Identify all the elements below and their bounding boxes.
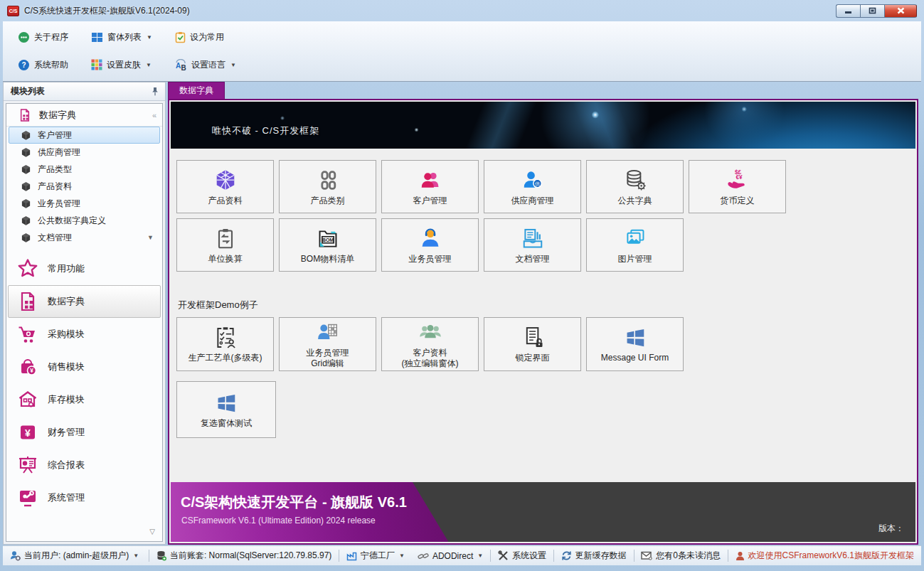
cube-icon (21, 130, 31, 141)
refresh-cache-button[interactable]: 更新缓存数据 (561, 550, 627, 562)
module-item-inventory[interactable]: 库存模块 (8, 383, 161, 416)
module-item-data-dictionary[interactable]: 数据字典 (8, 285, 161, 318)
shopping-cart-icon (17, 324, 38, 345)
form-list-button[interactable]: 窗体列表▼ (85, 28, 159, 47)
report-board-icon (17, 454, 38, 476)
banner-image: 唯快不破 - C/S开发框架 (171, 102, 915, 149)
tools-icon (498, 550, 509, 561)
tile-image-mgmt[interactable]: 图片管理 (586, 218, 684, 272)
close-icon (897, 7, 905, 14)
set-favorite-button[interactable]: 设为常用 (169, 28, 230, 47)
dropdown-caret-icon: ▼ (230, 62, 236, 68)
restore-button[interactable] (860, 4, 884, 18)
tree-item-salesman-mgmt[interactable]: 业务员管理 (9, 195, 160, 212)
production-order-icon (212, 325, 239, 351)
banner-slogan: 唯快不破 - C/S开发框架 (212, 124, 319, 137)
tile-unit-conversion[interactable]: 单位换算 (176, 218, 274, 272)
images-icon (622, 226, 649, 252)
messages-button[interactable]: 您有0条未读消息 (641, 550, 721, 562)
minimize-button[interactable] (836, 4, 860, 18)
lock-document-icon (519, 325, 546, 351)
tile-currency-definition[interactable]: $£ €¥ 货币定义 (689, 160, 786, 213)
salesman-grid-icon (314, 320, 341, 346)
statusbar-separator (553, 550, 554, 562)
windows-logo-icon (622, 325, 649, 351)
customers-icon (417, 168, 444, 193)
tile-checkbox-form-test[interactable]: 复选窗体测试 (176, 381, 276, 438)
tile-salesman-mgmt[interactable]: 业务员管理 (381, 218, 479, 272)
tile-product-category[interactable]: 产品类别 (279, 160, 376, 213)
product-data-icon (212, 168, 239, 193)
tile-production-order[interactable]: 生产工艺单(多级表) (176, 317, 274, 371)
tree-item-supplier-mgmt[interactable]: 供应商管理 (9, 144, 160, 161)
module-item-system[interactable]: 系统管理 (8, 481, 161, 514)
collapse-group-icon[interactable]: « (152, 111, 156, 119)
welcome-message: 欢迎使用CSFrameworkV6.1旗舰版开发框架 (736, 550, 914, 562)
chevron-down-icon[interactable]: ▼ (147, 234, 154, 241)
favorite-clipboard-icon (175, 31, 186, 43)
tree-item-public-dictionary[interactable]: 公共数据字典定义 (9, 212, 160, 229)
footer-banner-title: C/S架构快速开发平台 - 旗舰版 V6.1 (181, 493, 407, 512)
minimize-icon (844, 8, 852, 14)
connection-dropdown[interactable]: ADODirect ▼ (418, 551, 483, 561)
svg-text:B: B (181, 64, 186, 71)
customer-group-icon (417, 320, 444, 346)
user-red-icon (736, 551, 745, 561)
sidebar: 模块列表 数据字典 « 客户管理 供应商管理 产品类型 (3, 82, 166, 545)
toolbar: 关于程序 窗体列表▼ 设为常用 (3, 21, 921, 82)
module-item-purchase[interactable]: 采购模块 (8, 318, 161, 351)
tab-data-dictionary[interactable]: 数据字典 (168, 82, 225, 99)
documents-tray-icon (519, 226, 546, 252)
tile-public-dictionary[interactable]: 公共字典 (586, 160, 684, 213)
set-skin-button[interactable]: 设置皮肤▼ (85, 55, 158, 75)
tile-customer-data-standalone[interactable]: 客户资料 (独立编辑窗体) (381, 317, 479, 371)
svg-text:BOM: BOM (322, 237, 333, 242)
tree-item-customer-mgmt[interactable]: 客户管理 (9, 127, 160, 144)
footer-banner: C/S架构快速开发平台 - 旗舰版 V6.1 CSFramework V6.1 … (171, 482, 915, 542)
pin-icon[interactable] (151, 87, 159, 96)
module-item-reports[interactable]: 综合报表 (8, 449, 161, 481)
system-help-button[interactable]: ? 系统帮助 (11, 55, 75, 75)
warehouse-icon (17, 389, 38, 410)
close-button[interactable] (884, 4, 917, 18)
sidebar-group-data-dictionary[interactable]: 数据字典 « (6, 104, 162, 127)
app-window: C/S C/S系统快速开发框架-旗舰版V6.1(2024-09) 关于程序 (0, 0, 924, 571)
tab-content: 唯快不破 - C/S开发框架 产品资料 (168, 99, 918, 545)
chevron-down-icon[interactable]: ▽ (149, 528, 155, 535)
dropdown-caret-icon: ▼ (399, 553, 405, 559)
tree-item-product-data[interactable]: 产品资料 (9, 178, 160, 195)
star-icon (17, 258, 38, 279)
module-item-finance[interactable]: ¥ 财务管理 (8, 416, 161, 449)
about-button[interactable]: 关于程序 (11, 28, 75, 47)
tile-customer-mgmt[interactable]: 客户管理 (381, 160, 479, 213)
system-settings-button[interactable]: 系统设置 (498, 550, 546, 562)
set-language-button[interactable]: A B 设置语言▼ (168, 55, 243, 75)
statusbar-separator (634, 550, 634, 562)
refresh-icon (561, 550, 572, 561)
tile-product-data[interactable]: 产品资料 (176, 160, 274, 213)
demo-section-title: 开发框架Demo例子 (178, 299, 917, 311)
svg-text:A: A (176, 62, 181, 70)
language-ab-icon: A B (174, 59, 187, 71)
factory-dropdown[interactable]: 宁德工厂 ▼ (346, 550, 405, 562)
tree-item-product-type[interactable]: 产品类型 (9, 161, 160, 178)
factory-icon (346, 551, 357, 561)
cube-icon (21, 164, 31, 175)
shopping-bag-yen-icon: ¥ (17, 356, 38, 378)
tile-bom-list[interactable]: BOM BOM物料清单 (279, 218, 376, 272)
tile-salesman-grid-edit[interactable]: 业务员管理 Grid编辑 (279, 317, 376, 371)
svg-text:供: 供 (535, 181, 540, 186)
tile-supplier-mgmt[interactable]: 供 供应商管理 (484, 160, 581, 213)
windows-icon (91, 31, 103, 43)
product-category-icon (314, 168, 341, 193)
tile-message-ui-form[interactable]: Message UI Form (586, 317, 684, 371)
tile-document-mgmt[interactable]: 文档管理 (484, 218, 581, 272)
current-account: 当前账套: Normal(SqlServer:120.79.85.97) (156, 550, 331, 562)
module-item-common-functions[interactable]: 常用功能 (8, 252, 161, 285)
tree-item-document-mgmt[interactable]: 文档管理 ▼ (9, 229, 160, 246)
module-item-sales[interactable]: ¥ 销售模块 (8, 351, 161, 383)
tile-lock-ui[interactable]: 锁定界面 (484, 317, 581, 371)
dropdown-caret-icon: ▼ (477, 553, 483, 559)
svg-text:¥: ¥ (25, 427, 31, 439)
current-user-dropdown[interactable]: 当前用户: (admin-超级用户) ▼ (10, 550, 139, 562)
